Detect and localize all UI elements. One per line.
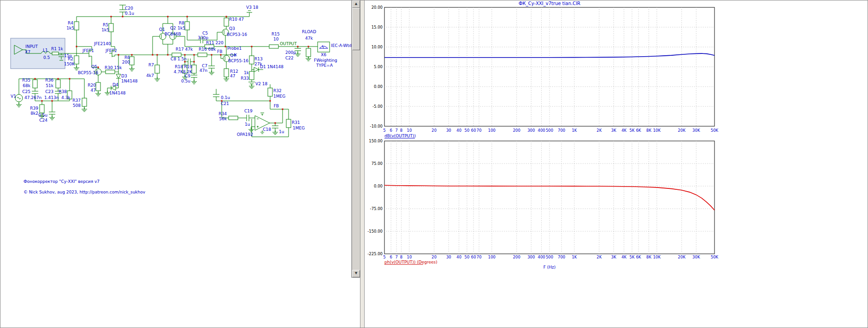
schematic-label: 4.3k [61,95,71,100]
y-tick-label: -10.00 [370,124,383,129]
x-tick-label: 6 [390,255,392,259]
resistor-symbol [286,119,291,128]
plot-title: ФК_Су-XXI_v7true tian.CIR [519,1,580,6]
x-tick-label: 30 [446,128,451,133]
x-tick-label: 30K [692,128,700,133]
x-tick-label: 3K [611,255,616,259]
x-tick-label: 7 [395,255,397,259]
resistor-symbol [306,48,311,57]
x-tick-label: 6K [636,255,641,259]
schematic-label: © Nick Sukhov, aug 2023, http://patreon.… [24,190,146,194]
resistor-symbol [249,56,254,64]
schematic-label: D3 [121,74,127,78]
schematic-label: R4 [68,21,73,25]
schematic-canvas[interactable]: C200.1uV3 18R41k5R51k5R81k5R10 47Q1Q2BC8… [0,0,352,328]
schematic-label: 10 [273,37,279,41]
x-tick-label: 20K [678,128,686,133]
schematic-label: 68k [23,83,30,88]
schematic-label: 47 [91,88,96,93]
schematic-wires [19,5,318,137]
junction-dot [111,16,112,18]
schematic-label: C19 [244,109,253,113]
schematic-label: R34 [218,111,227,116]
junction-dot [118,54,119,56]
x-tick-label: 1K [572,255,577,259]
schematic-label: 56k [219,117,227,121]
schematic-label: C5 [202,31,208,35]
schematic-label: Q4 [230,53,236,58]
pane-splitter[interactable] [360,0,365,328]
schematic-label: 1k [244,70,249,75]
schematic-label: 4.7K [174,70,183,74]
schematic-label: L1 [43,48,48,53]
y-tick-label: 5.00 [374,64,383,69]
schematic-label: X6 [321,53,326,57]
schematic-label: R11 220 [206,41,224,45]
resistor-symbol [56,80,60,88]
schematic-pane[interactable]: C200.1uV3 18R41k5R51k5R81k5R10 47Q1Q2BC8… [0,0,352,328]
x-tick-label: 8K [646,255,651,259]
junction-dot [282,109,283,110]
y-tick-label: 20.00 [372,5,383,10]
schematic-label: R10 47 [229,17,244,22]
x-tick-label: 100 [488,255,496,259]
x-tick-label: 50K [711,128,719,133]
x-tick-label: 20 [431,255,437,259]
axis-caption: dB(v(OUTPUT)) [384,134,416,138]
x-tick-label: 200 [513,255,520,259]
down-arrow-icon: ▼ [355,271,357,275]
ground-icon [191,80,197,84]
schematic-label: R15 [272,32,280,36]
junction-dot [52,100,53,102]
x-tick-label: 50 [465,255,470,259]
schematic-label: Фонокорректор "Су-XXI" версия v7 [24,179,100,184]
schematic-label: R5 [103,23,108,27]
schematic-label: R30 15k [105,65,122,70]
schematic-label: JFET1 [82,48,94,53]
schematic-label: 1MEG [273,94,285,99]
resistor-symbol [192,65,196,73]
schematic-label: R13 [254,57,263,61]
y-tick-label: 75.00 [372,161,383,166]
x-tick-label: 8K [646,128,651,133]
junction-dot [308,46,309,47]
resistor-symbol [33,80,37,88]
schematic-label: JFET2 [105,48,117,53]
schematic-label: Q2 [170,26,176,30]
x-tick-label: 4K [621,128,626,133]
schematic-label: BCP55-16 [78,70,98,75]
schematic-label: 1N4148 [121,79,138,83]
schematic-label: 47 [230,74,235,78]
schematic-label: Q5 [91,64,97,69]
x-tick-label: 5K [630,255,635,259]
schematic-label: R16 68k [199,47,216,52]
schematic-label: R39 [30,106,38,111]
up-arrow-icon: ▲ [355,2,357,6]
schematic-label: C7 [202,64,207,68]
schematic-label: 1N4148 [109,91,126,95]
schematic-label: 1k5 [66,26,74,30]
x-axis-label: F (Hz) [543,265,556,269]
schematic-label: R36 [45,78,53,82]
x-tick-label: 60 [471,128,476,133]
scroll-up-button[interactable]: ▲ [352,0,360,8]
junction-dot [225,46,226,47]
junction-dot [76,46,77,47]
ground-icon [272,130,278,135]
schematic-label: Q3 [229,26,235,31]
x-tick-label: 60 [471,255,476,259]
x-tick-label: 700 [558,128,565,133]
y-tick-label: 10.00 [372,45,383,49]
ground-icon [248,128,254,132]
schematic-label: OUTPUT [280,41,297,46]
scroll-down-button[interactable]: ▼ [352,270,360,277]
x-tick-label: 7 [395,128,397,133]
schematic-label: 1u [245,122,250,127]
schematic-scrollbar[interactable]: ▲ ▼ [352,0,360,278]
resistor-symbol [106,70,115,74]
x-tick-label: 200 [513,128,520,133]
schematic-label: 1u [279,129,284,134]
scrollbar-thumb[interactable] [352,8,360,50]
analysis-plots-canvas[interactable]: 5678102030405060701002003004005007001K2K… [365,0,868,328]
x-tick-label: 5K [630,128,635,133]
